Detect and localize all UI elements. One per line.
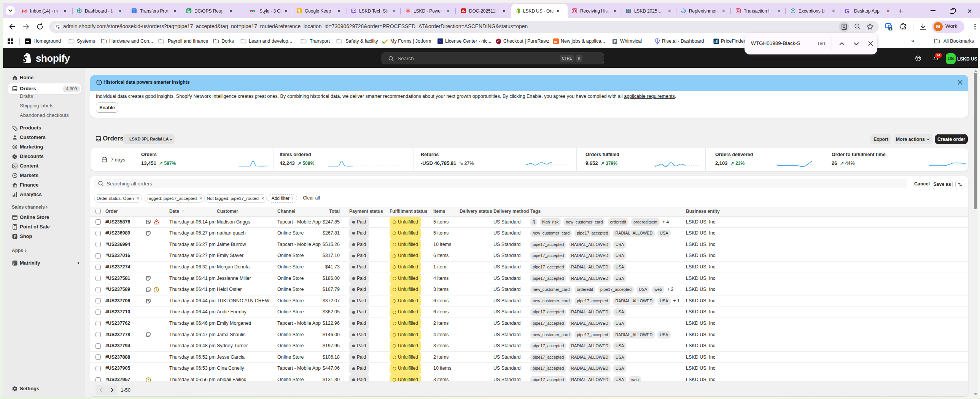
- svg-text:1: 1: [890, 27, 891, 30]
